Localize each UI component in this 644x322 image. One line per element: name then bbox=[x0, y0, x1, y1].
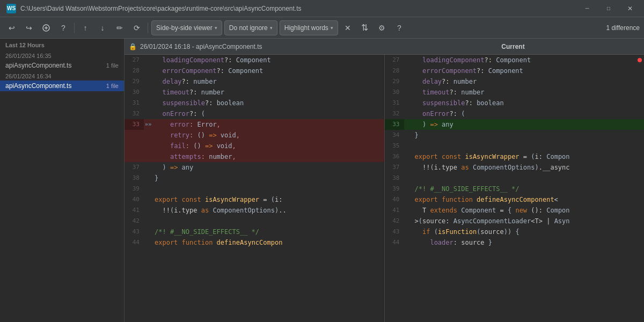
undo-button[interactable]: ↩ bbox=[4, 20, 19, 35]
window-controls[interactable]: ─ □ ✕ bbox=[580, 1, 638, 16]
sidebar-date-2: 26/01/2024 16:34 bbox=[0, 71, 124, 80]
table-row: 27 loadingComponent?: Component bbox=[125, 55, 384, 65]
table-row: 39 /*! #__NO_SIDE_EFFECTS__ */ bbox=[385, 184, 645, 194]
table-row: 30 timeout?: number bbox=[385, 87, 645, 98]
diff-right-title: Current bbox=[501, 43, 524, 50]
lock-icon: 🔒 bbox=[129, 43, 137, 50]
left-code-panel: 27 loadingComponent?: Component 28 error… bbox=[125, 55, 384, 248]
table-row: 38 bbox=[385, 173, 645, 184]
sidebar-filecount-1: 1 file bbox=[106, 62, 119, 69]
sep2 bbox=[148, 23, 148, 33]
main-content: Last 12 Hours 26/01/2024 16:35 apiAsyncC… bbox=[0, 39, 644, 322]
table-row: 44 export function defineAsyncCompon bbox=[125, 237, 384, 248]
minimize-button[interactable]: ─ bbox=[580, 1, 595, 16]
highlight-dropdown-label: Highlight words bbox=[284, 24, 328, 32]
maximize-button[interactable]: □ bbox=[601, 1, 616, 16]
table-row: 30 timeout?: number bbox=[125, 87, 384, 98]
close-button[interactable]: ✕ bbox=[623, 1, 638, 16]
right-code-panel: 27 loadingComponent?: Component 28 error… bbox=[385, 55, 645, 248]
table-row: 35 bbox=[385, 141, 645, 151]
table-row: 29 delay?: number bbox=[125, 76, 384, 87]
error-indicator bbox=[638, 58, 642, 62]
diff-content: 27 loadingComponent?: Component 28 error… bbox=[125, 55, 644, 322]
sidebar-item-1[interactable]: apiAsyncComponent.ts 1 file bbox=[0, 60, 124, 71]
highlight-dropdown[interactable]: Highlight words ▾ bbox=[280, 20, 338, 35]
table-row: 36 export const isAsyncWrapper = (i: Com… bbox=[385, 151, 645, 162]
table-row: 31 suspensible?: boolean bbox=[385, 98, 645, 108]
table-row: 44 loader: source } bbox=[385, 237, 645, 248]
sidebar: Last 12 Hours 26/01/2024 16:35 apiAsyncC… bbox=[0, 39, 125, 322]
ignore-dropdown[interactable]: Do not ignore ▾ bbox=[224, 20, 277, 35]
edit-button[interactable]: ✏ bbox=[112, 20, 127, 35]
table-row: retry: () => void, bbox=[125, 130, 384, 141]
titlebar: WS C:\Users\David Watson\WebstormProject… bbox=[0, 0, 644, 17]
diff-left-panel[interactable]: 27 loadingComponent?: Component 28 error… bbox=[125, 55, 385, 322]
diff-header: 🔒 26/01/2024 16:18 - apiAsyncComponent.t… bbox=[125, 39, 644, 55]
chevron-down-icon: ▾ bbox=[331, 25, 333, 31]
table-row: 40 export const isAsyncWrapper = (i: bbox=[125, 194, 384, 205]
table-row: 41 !!(i.type as ComponentOptions).. bbox=[125, 205, 384, 216]
table-row: 37 ) => any bbox=[125, 162, 384, 173]
table-row: 29 delay?: number bbox=[385, 76, 645, 87]
diff-header-left: 🔒 26/01/2024 16:18 - apiAsyncComponent.t… bbox=[129, 43, 382, 50]
chevron-down-icon: ▾ bbox=[215, 25, 217, 31]
ignore-dropdown-label: Do not ignore bbox=[229, 24, 268, 32]
table-row: 43 /*! #__NO_SIDE_EFFECTS__ */ bbox=[125, 226, 384, 237]
add-icon bbox=[42, 24, 50, 32]
help2-button[interactable]: ? bbox=[392, 20, 407, 35]
sidebar-date-1: 26/01/2024 16:35 bbox=[0, 50, 124, 60]
diff-header-right: Current bbox=[386, 43, 640, 50]
refresh-button[interactable]: ⟳ bbox=[129, 20, 144, 35]
sidebar-section-title: Last 12 Hours bbox=[0, 39, 124, 50]
diff-count: 1 difference bbox=[606, 24, 640, 32]
table-row: 39 bbox=[125, 184, 384, 194]
table-row: 43 if (isFunction(source)) { bbox=[385, 226, 645, 237]
diff-right-panel[interactable]: 27 loadingComponent?: Component 28 error… bbox=[385, 55, 645, 322]
sidebar-filename-2: apiAsyncComponent.ts bbox=[5, 82, 71, 90]
table-row: 27 loadingComponent?: Component bbox=[385, 55, 645, 65]
viewer-dropdown-label: Side-by-side viewer bbox=[156, 24, 213, 32]
diff-area: 🔒 26/01/2024 16:18 - apiAsyncComponent.t… bbox=[125, 39, 644, 322]
chevron-down-icon: ▾ bbox=[270, 25, 273, 31]
table-row: 28 errorComponent?: Component bbox=[385, 65, 645, 76]
table-row: 38 } bbox=[125, 173, 384, 184]
table-row: 33 ) => any bbox=[385, 119, 645, 130]
table-row: 42 >(source: AsyncComponentLoader<T> | A… bbox=[385, 216, 645, 226]
sync-scroll-button[interactable]: ⇅ bbox=[357, 20, 372, 35]
table-row: 33 »» error: Error, bbox=[125, 119, 384, 130]
help-button[interactable]: ? bbox=[56, 20, 71, 35]
sidebar-filecount-2: 1 file bbox=[106, 83, 119, 89]
viewer-dropdown[interactable]: Side-by-side viewer ▾ bbox=[151, 20, 222, 35]
table-row: attempts: number, bbox=[125, 151, 384, 162]
table-row: 28 errorComponent?: Component bbox=[125, 65, 384, 76]
table-row: 42 bbox=[125, 216, 384, 226]
table-row: 31 suspensible?: boolean bbox=[125, 98, 384, 108]
table-row: fail: () => void, bbox=[125, 141, 384, 151]
toolbar: ↩ ↪ ? ↑ ↓ ✏ ⟳ Side-by-side viewer ▾ Do n… bbox=[0, 17, 644, 39]
table-row: 40 export function defineAsyncComponent< bbox=[385, 194, 645, 205]
table-row: 34 } bbox=[385, 130, 645, 141]
table-row: 37 !!(i.type as ComponentOptions).__asyn… bbox=[385, 162, 645, 173]
table-row: 32 onError?: ( bbox=[385, 108, 645, 119]
sidebar-item-2[interactable]: apiAsyncComponent.ts 1 file bbox=[0, 80, 124, 91]
table-row: 41 T extends Component = { new (): Compo… bbox=[385, 205, 645, 216]
file-path: C:\Users\David Watson\WebstormProjects\c… bbox=[20, 5, 575, 12]
settings-button[interactable]: ⚙ bbox=[375, 20, 390, 35]
diff-left-title: 26/01/2024 16:18 - apiAsyncComponent.ts bbox=[140, 43, 262, 50]
sidebar-filename-1: apiAsyncComponent.ts bbox=[5, 62, 71, 69]
redo-button[interactable]: ↪ bbox=[21, 20, 36, 35]
table-row: 32 onError?: ( bbox=[125, 108, 384, 119]
add-button[interactable] bbox=[39, 20, 54, 35]
close-diff-button[interactable]: ✕ bbox=[340, 20, 355, 35]
app-logo: WS bbox=[6, 4, 16, 13]
sep1 bbox=[74, 23, 75, 33]
jump-prev-button[interactable]: ↑ bbox=[78, 20, 93, 35]
jump-next-button[interactable]: ↓ bbox=[95, 20, 110, 35]
